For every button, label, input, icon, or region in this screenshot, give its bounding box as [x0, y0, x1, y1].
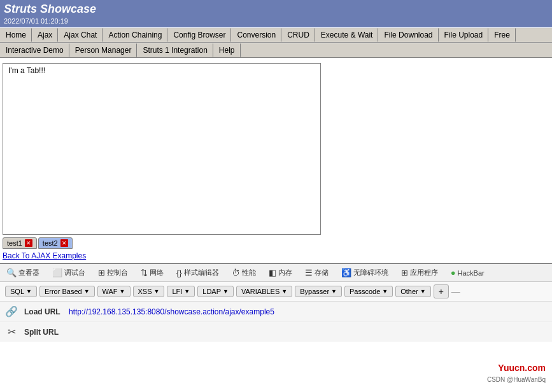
tab-test2-label: test2: [43, 239, 58, 247]
lfi-caret: ▼: [184, 288, 190, 295]
nav-home[interactable]: Home: [0, 28, 32, 42]
waf-button[interactable]: WAF ▼: [97, 286, 131, 297]
variables-label: VARIABLES: [241, 288, 280, 295]
load-url-label[interactable]: Load URL: [24, 307, 62, 316]
lfi-label: LFI: [172, 288, 182, 295]
ldap-label: LDAP: [202, 288, 221, 295]
devtools-network[interactable]: ⇅ 网络: [138, 267, 166, 279]
split-bar: ✂ Split URL: [0, 321, 552, 342]
devtools-performance-label: 性能: [242, 268, 256, 277]
nav-ajax[interactable]: Ajax: [32, 28, 58, 42]
performance-icon: ⏱: [232, 268, 240, 277]
error-based-button[interactable]: Error Based ▼: [39, 286, 95, 297]
load-url-icon: 🔗: [5, 305, 18, 318]
devtools-network-label: 网络: [150, 268, 164, 277]
tab-test1-close[interactable]: ✕: [25, 239, 32, 247]
content-area: I'm a Tab!!! test1 ✕ test2 ✕ Back To AJA…: [0, 58, 552, 263]
devtools-inspector-label: 查看器: [18, 268, 39, 277]
devtools-debugger-label: 调试台: [64, 268, 85, 277]
tab-content-text: I'm a Tab!!!: [6, 65, 48, 76]
split-url-label[interactable]: Split URL: [24, 328, 62, 337]
nav-file-upload[interactable]: File Upload: [439, 28, 489, 42]
tab-test2[interactable]: test2 ✕: [38, 237, 73, 249]
split-url-icon: ✂: [5, 326, 18, 338]
bypasser-caret: ▼: [331, 288, 337, 295]
inspector-icon: 🔍: [6, 268, 17, 277]
other-button[interactable]: Other ▼: [395, 286, 430, 297]
console-icon: ⊞: [98, 268, 105, 277]
watermark: Yuucn.com: [498, 363, 546, 373]
tab-test1-label: test1: [7, 239, 22, 247]
nav-action-chaining[interactable]: Action Chaining: [103, 28, 167, 42]
devtools-console-label: 控制台: [107, 268, 128, 277]
title-bar: Struts Showcase 2022/07/01 01:20:19: [0, 0, 552, 27]
devtools-storage[interactable]: ☰ 存储: [302, 267, 331, 279]
bypasser-button[interactable]: Bypasser ▼: [295, 286, 342, 297]
back-to-ajax-link[interactable]: Back To AJAX Examples: [3, 251, 549, 260]
xss-label: XSS: [138, 288, 152, 295]
nav-conversion[interactable]: Conversion: [231, 28, 281, 42]
devtools-style-editor[interactable]: {} 样式编辑器: [174, 267, 222, 279]
add-button[interactable]: +: [434, 284, 449, 298]
nav-execute-wait[interactable]: Execute & Wait: [315, 28, 379, 42]
devtools-memory[interactable]: ◧ 内存: [266, 267, 295, 279]
url-value[interactable]: http://192.168.135.135:8080/showcase.act…: [69, 307, 547, 316]
watermark-subtext: CSDN @HuaWanBq: [487, 376, 546, 383]
devtools-memory-label: 内存: [278, 268, 292, 277]
devtools-debugger[interactable]: ⬜ 调试台: [50, 267, 88, 279]
devtools-storage-label: 存储: [315, 268, 329, 277]
devtools-accessibility[interactable]: ♿ 无障碍环境: [339, 267, 391, 279]
ldap-caret: ▼: [223, 288, 229, 295]
nav-row-1: Home Ajax Ajax Chat Action Chaining Conf…: [0, 27, 552, 43]
devtools-hackbar-label: HackBar: [458, 269, 485, 277]
devtools-accessibility-label: 无障碍环境: [353, 268, 388, 277]
devtools-inspector[interactable]: 🔍 查看器: [4, 267, 42, 279]
passcode-label: Passcode: [350, 288, 380, 295]
application-icon: ⊞: [401, 268, 408, 277]
variables-button[interactable]: VARIABLES ▼: [236, 286, 292, 297]
ldap-button[interactable]: LDAP ▼: [197, 286, 234, 297]
passcode-button[interactable]: Passcode ▼: [344, 286, 393, 297]
error-based-label: Error Based: [45, 288, 82, 295]
accessibility-icon: ♿: [341, 268, 351, 277]
passcode-caret: ▼: [382, 288, 388, 295]
tab-test1[interactable]: test1 ✕: [3, 237, 37, 249]
devtools-performance[interactable]: ⏱ 性能: [229, 267, 258, 279]
nav-crud[interactable]: CRUD: [281, 28, 315, 42]
tab-test2-close[interactable]: ✕: [60, 239, 68, 247]
tab-strip: test1 ✕ test2 ✕: [3, 237, 549, 249]
style-editor-icon: {}: [176, 268, 182, 277]
waf-label: WAF: [103, 288, 118, 295]
datetime: 2022/07/01 01:20:19: [4, 17, 548, 25]
xss-button[interactable]: XSS ▼: [133, 286, 165, 297]
sql-caret: ▼: [26, 288, 32, 295]
tab-content-box: I'm a Tab!!!: [3, 63, 321, 235]
sql-toolbar: SQL ▼ Error Based ▼ WAF ▼ XSS ▼ LFI ▼ LD…: [0, 281, 552, 301]
other-caret: ▼: [420, 288, 426, 295]
nav-interactive-demo[interactable]: Interactive Demo: [0, 43, 69, 57]
nav-struts1[interactable]: Struts 1 Integration: [137, 43, 213, 57]
nav-person-manager[interactable]: Person Manager: [69, 43, 138, 57]
watermark-text: Yuucn.com: [498, 363, 546, 373]
url-bar: 🔗 Load URL http://192.168.135.135:8080/s…: [0, 301, 552, 321]
devtools-application[interactable]: ⊞ 应用程序: [399, 267, 441, 279]
lfi-button[interactable]: LFI ▼: [167, 286, 195, 297]
nav-config-browser[interactable]: Config Browser: [167, 28, 231, 42]
debugger-icon: ⬜: [52, 268, 62, 277]
error-based-caret: ▼: [84, 288, 90, 295]
page-title: Struts Showcase: [4, 3, 548, 16]
nav-help[interactable]: Help: [213, 43, 241, 57]
devtools-hackbar[interactable]: ● HackBar: [448, 267, 487, 279]
nav-free[interactable]: Free: [488, 28, 516, 42]
xss-caret: ▼: [154, 288, 160, 295]
nav-row-2: Interactive Demo Person Manager Struts 1…: [0, 43, 552, 58]
storage-icon: ☰: [305, 268, 313, 277]
bypasser-label: Bypasser: [300, 288, 329, 295]
variables-caret: ▼: [281, 288, 287, 295]
waf-caret: ▼: [120, 288, 125, 295]
other-label: Other: [400, 288, 418, 295]
nav-file-download[interactable]: File Download: [378, 28, 438, 42]
devtools-console[interactable]: ⊞ 控制台: [96, 267, 131, 279]
sql-button[interactable]: SQL ▼: [5, 286, 37, 297]
nav-ajax-chat[interactable]: Ajax Chat: [58, 28, 103, 42]
